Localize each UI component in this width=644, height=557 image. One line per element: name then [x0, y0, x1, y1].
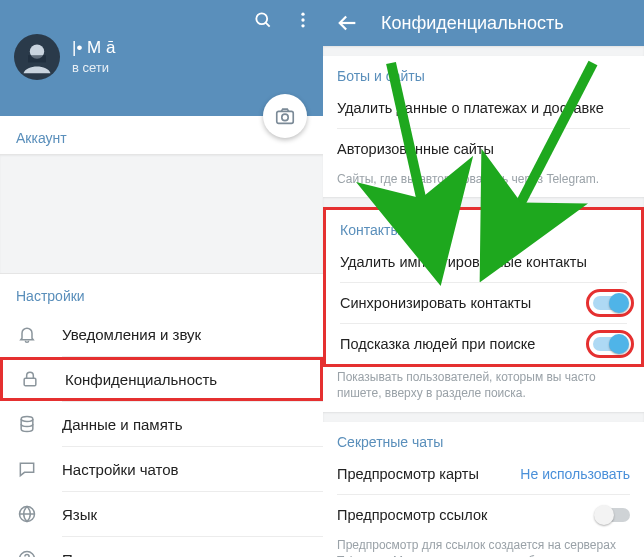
contacts-help: Показывать пользователей, которым вы час…: [323, 367, 644, 411]
svg-point-0: [256, 13, 267, 24]
privacy-header: Конфиденциальность: [323, 0, 644, 46]
suggest-people-row[interactable]: Подсказка людей при поиске: [326, 324, 641, 364]
map-preview-value: Не использовать: [520, 466, 630, 482]
camera-button[interactable]: [263, 94, 307, 138]
svg-rect-9: [24, 378, 36, 386]
avatar[interactable]: [14, 34, 60, 80]
link-preview-toggle[interactable]: [596, 508, 630, 522]
bell-icon: [16, 324, 38, 344]
settings-item-help[interactable]: Помощь: [0, 537, 323, 557]
link-preview-row[interactable]: Предпросмотр ссылок: [323, 495, 644, 535]
settings-item-label: Конфиденциальность: [65, 371, 217, 388]
bots-section-title: Боты и сайты: [323, 56, 644, 88]
search-icon[interactable]: [253, 10, 273, 30]
secret-help: Предпросмотр для ссылок создается на сер…: [323, 535, 644, 557]
chat-icon: [16, 459, 38, 479]
database-icon: [16, 414, 38, 434]
settings-item-privacy[interactable]: Конфиденциальность: [0, 357, 323, 401]
delete-imported-contacts[interactable]: Удалить импортированные контакты: [326, 242, 641, 282]
svg-rect-7: [277, 111, 294, 123]
globe-icon: [16, 504, 38, 524]
map-preview-row[interactable]: Предпросмотр карты Не использовать: [323, 454, 644, 494]
suggest-people-toggle[interactable]: [593, 337, 627, 351]
authorized-sites[interactable]: Авторизованные сайты: [323, 129, 644, 169]
username: |• M ā: [72, 38, 115, 58]
settings-item-notifications[interactable]: Уведомления и звук: [0, 312, 323, 356]
user-status: в сети: [72, 60, 109, 75]
contacts-section-title: Контакты: [326, 210, 641, 242]
settings-item-label: Данные и память: [62, 416, 183, 433]
settings-item-data[interactable]: Данные и память: [0, 402, 323, 446]
back-icon[interactable]: [337, 12, 359, 34]
settings-item-label: Настройки чатов: [62, 461, 179, 478]
help-icon: [16, 549, 38, 557]
delete-payment-data[interactable]: Удалить данные о платежах и доставке: [323, 88, 644, 128]
svg-point-2: [301, 13, 304, 16]
sync-contacts-toggle[interactable]: [593, 296, 627, 310]
secret-chats-section-title: Секретные чаты: [323, 422, 644, 454]
page-title: Конфиденциальность: [381, 13, 564, 34]
svg-point-8: [282, 114, 288, 120]
sync-contacts-row[interactable]: Синхронизировать контакты: [326, 283, 641, 323]
lock-icon: [19, 369, 41, 389]
bots-help: Сайты, где вы авторизовались через Teleg…: [323, 169, 644, 197]
svg-point-3: [301, 18, 304, 21]
settings-item-label: Уведомления и звук: [62, 326, 201, 343]
settings-item-label: Помощь: [62, 551, 120, 558]
contacts-highlighted-block: Контакты Удалить импортированные контакт…: [323, 207, 644, 367]
settings-item-label: Язык: [62, 506, 97, 523]
more-icon[interactable]: [293, 10, 313, 30]
svg-line-1: [266, 23, 270, 27]
settings-item-chat[interactable]: Настройки чатов: [0, 447, 323, 491]
settings-section-title: Настройки: [0, 274, 323, 312]
svg-point-4: [301, 24, 304, 27]
settings-item-language[interactable]: Язык: [0, 492, 323, 536]
svg-rect-6: [28, 55, 46, 62]
svg-point-10: [21, 417, 33, 422]
blank-area: [0, 154, 323, 274]
